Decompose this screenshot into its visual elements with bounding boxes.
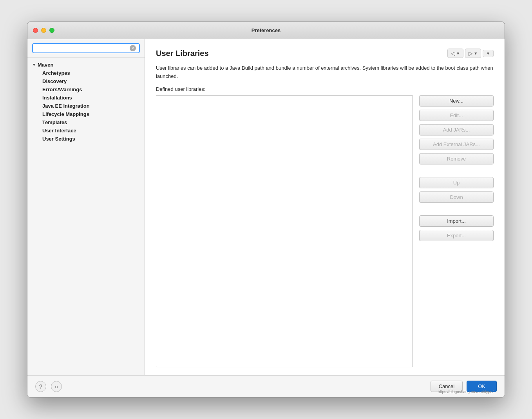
forward-nav-button[interactable]: ▷ ▼ <box>465 49 481 58</box>
tree-root-maven[interactable]: ▼ Maven <box>27 61 145 69</box>
libraries-list[interactable] <box>156 95 413 367</box>
clear-search-button[interactable]: ✕ <box>130 45 136 51</box>
description-text: User libraries can be added to a Java Bu… <box>156 64 494 81</box>
up-button[interactable]: Up <box>419 177 494 188</box>
panel-header: User Libraries ◁ ▼ ▷ ▼ ▼ <box>156 49 494 58</box>
main-panel: User Libraries ◁ ▼ ▷ ▼ ▼ User libraries … <box>145 39 505 375</box>
preferences-window: Preferences maven ✕ ▼ Maven Archetypes <box>27 22 505 397</box>
main-content: maven ✕ ▼ Maven Archetypes Discovery Err… <box>27 39 505 375</box>
libraries-area: New... Edit... Add JARs... Add External … <box>156 95 494 367</box>
add-jars-button[interactable]: Add JARs... <box>419 124 494 135</box>
sidebar-item-discovery[interactable]: Discovery <box>27 77 145 85</box>
sidebar: maven ✕ ▼ Maven Archetypes Discovery Err… <box>27 39 145 375</box>
circle-button[interactable]: ○ <box>51 381 62 392</box>
sidebar-item-user-interface[interactable]: User Interface <box>27 126 145 135</box>
new-button[interactable]: New... <box>419 95 494 107</box>
defined-label: Defined user libraries: <box>156 86 494 92</box>
sidebar-item-templates[interactable]: Templates <box>27 118 145 126</box>
maximize-button[interactable] <box>49 28 54 33</box>
minimize-button[interactable] <box>41 28 46 33</box>
search-bar: maven ✕ <box>27 39 145 58</box>
search-wrapper: maven ✕ <box>32 43 140 53</box>
dropdown-nav-button[interactable]: ▼ <box>483 50 494 57</box>
remove-button[interactable]: Remove <box>419 153 494 164</box>
add-external-jars-button[interactable]: Add External JARs... <box>419 139 494 150</box>
circle-icon: ○ <box>55 383 58 390</box>
action-buttons: New... Edit... Add JARs... Add External … <box>419 95 494 367</box>
sidebar-item-user-settings[interactable]: User Settings <box>27 135 145 143</box>
help-button[interactable]: ? <box>35 381 46 392</box>
panel-title: User Libraries <box>156 49 209 58</box>
sidebar-item-installations[interactable]: Installations <box>27 94 145 102</box>
window-title: Preferences <box>252 27 280 33</box>
sidebar-item-java-ee-integration[interactable]: Java EE Integration <box>27 102 145 110</box>
nav-buttons: ◁ ▼ ▷ ▼ ▼ <box>447 49 494 58</box>
edit-button[interactable]: Edit... <box>419 110 494 121</box>
tree-root-label: Maven <box>38 62 53 68</box>
sidebar-item-archetypes[interactable]: Archetypes <box>27 69 145 77</box>
sidebar-item-lifecycle-mappings[interactable]: Lifecycle Mappings <box>27 110 145 118</box>
forward-arrow-icon: ▷ <box>469 50 473 56</box>
titlebar: Preferences <box>27 22 505 39</box>
dropdown-icon: ▼ <box>486 51 490 56</box>
bottom-bar: ? ○ Cancel OK https://blogoshang.me/arch… <box>27 375 505 397</box>
export-button[interactable]: Export... <box>419 230 494 241</box>
sidebar-item-errors-warnings[interactable]: Errors/Warnings <box>27 85 145 94</box>
bottom-left-buttons: ? ○ <box>35 381 62 392</box>
tree: ▼ Maven Archetypes Discovery Errors/Warn… <box>27 58 145 375</box>
tree-arrow-icon: ▼ <box>32 63 36 67</box>
back-arrow-icon: ◁ <box>451 50 455 56</box>
forward-dropdown-icon: ▼ <box>474 51 478 56</box>
url-hint: https://blogoshang.me/archtype/... <box>438 390 497 394</box>
back-nav-button[interactable]: ◁ ▼ <box>447 49 463 58</box>
window-controls <box>33 28 54 33</box>
search-input[interactable]: maven <box>36 45 127 51</box>
import-button[interactable]: Import... <box>419 215 494 227</box>
back-dropdown-icon: ▼ <box>456 51 460 56</box>
question-icon: ? <box>39 383 42 390</box>
down-button[interactable]: Down <box>419 191 494 203</box>
close-button[interactable] <box>33 28 38 33</box>
